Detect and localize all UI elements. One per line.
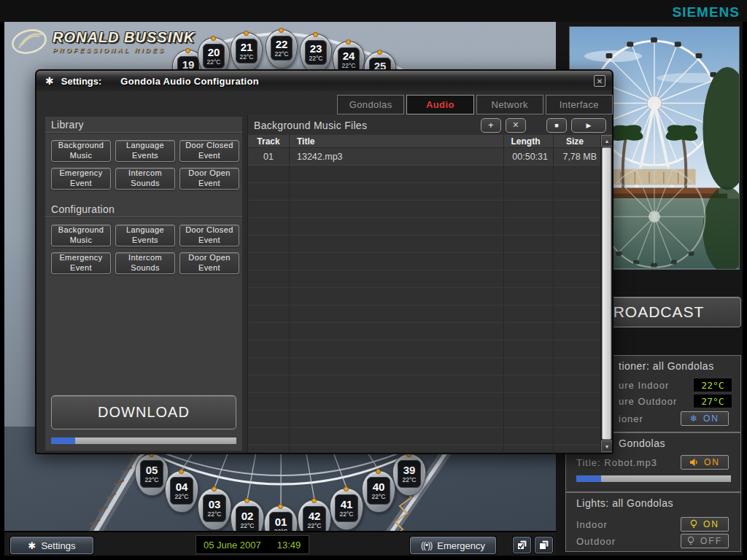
gondola-light [185,48,190,53]
gondola-21[interactable]: 2122°C [231,32,263,71]
empty-table-row [248,218,600,236]
tab-bar: GondolasAudioNetworkInterface [337,95,613,114]
add-file-button[interactable]: + [481,118,501,133]
dialog-titlebar[interactable]: ✱ Settings: Gondola Audio Configuration … [36,71,612,91]
music-progress-bar [576,475,731,482]
remove-file-button[interactable]: ✕ [506,118,526,133]
music-state: ON [704,457,720,467]
aircon-switch-label: ioner [619,413,643,424]
top-bar: SIEMENS [0,0,747,22]
gondola-light [211,36,216,41]
tab-audio[interactable]: Audio [406,95,473,114]
empty-table-row [248,341,600,358]
configuration-emergency-event-button[interactable]: Emergency Event [51,252,111,274]
temp-indoor-label: ure Indoor [619,380,669,391]
library-language-events-button[interactable]: Language Events [115,140,175,162]
lights-panel-header: Lights: all Gondolas [576,497,673,509]
pages-icon [538,540,549,551]
column-header-size[interactable]: Size [553,135,600,147]
close-icon[interactable]: ✕ [594,75,605,87]
column-header-length[interactable]: Length [503,135,553,147]
music-panel-header: Gondolas [619,438,665,449]
temp-outdoor-display: 27°C [693,394,732,408]
configuration-intercom-sounds-button[interactable]: Intercom Sounds [115,252,175,274]
gondola-40[interactable]: 4022°C [362,470,395,513]
play-button[interactable]: ▶ [571,118,606,133]
settings-button[interactable]: ✱ Settings [10,537,93,554]
lights-panel: Lights: all Gondolas Indoor ON Outdoor [565,492,741,552]
gondola-04[interactable]: 0422°C [165,470,198,513]
date-text: 05 June 2007 [204,540,261,551]
lights-outdoor-label: Outdoor [576,536,616,547]
library-door-closed-event-button[interactable]: Door Closed Event [179,140,239,162]
lights-indoor-toggle[interactable]: ON [681,517,729,532]
gondola-41[interactable]: 4122°C [330,488,363,530]
gondola-22[interactable]: 2222°C [266,29,298,69]
gondola-light [212,486,217,491]
configuration-button-grid: Background MusicLanguage EventsDoor Clos… [45,223,242,274]
lights-indoor-label: Indoor [576,519,608,530]
temp-outdoor-label: ure Outdoor [619,396,677,407]
configuration-language-events-button[interactable]: Language Events [115,225,175,246]
screen: SIEMENS [0,0,747,560]
stop-button[interactable]: ■ [546,118,567,133]
lights-indoor-row: Indoor ON [566,517,740,533]
empty-table-row [248,323,600,341]
gondola-light [346,39,351,44]
tab-interface[interactable]: Interface [546,95,613,114]
logo-title: RONALD BUSSINK [53,29,195,46]
download-progress-bar [51,438,236,444]
dialog-title-prefix: Settings: [61,76,102,87]
gondola-39[interactable]: 3922°C [392,454,426,496]
deselect-gondolas-button[interactable] [535,537,553,553]
aircon-toggle[interactable]: ❄ ON [681,411,729,426]
empty-table-row [248,411,600,428]
siemens-logo: SIEMENS [672,4,740,20]
column-header-title[interactable]: Title [289,135,503,147]
empty-table-row [248,306,600,323]
settings-dialog: ✱ Settings: Gondola Audio Configuration … [35,69,614,454]
speaker-icon [689,458,698,467]
table-row[interactable]: 0113242.mp300:50:317,78 MB [248,148,600,166]
tab-gondolas[interactable]: Gondolas [337,95,404,114]
empty-table-row [248,358,600,376]
gondola-light [244,31,249,36]
column-header-track[interactable]: Track [248,135,289,147]
lights-indoor-state: ON [703,519,719,529]
scrollbar-thumb[interactable] [602,147,611,440]
gondola-23[interactable]: 2322°C [300,34,332,73]
files-table-body: 0113242.mp300:50:317,78 MB [248,148,600,452]
library-background-music-button[interactable]: Background Music [51,140,111,162]
scroll-up-icon[interactable]: ▲ [601,135,612,147]
configuration-door-open-event-button[interactable]: Door Open Event [179,252,239,274]
logo-emblem [10,28,48,55]
lights-outdoor-toggle[interactable]: OFF [681,534,729,548]
aircon-state: ON [703,413,719,424]
ronald-bussink-logo: RONALD BUSSINK PROFESSIONAL RIDES [10,28,195,55]
configuration-door-closed-event-button[interactable]: Door Closed Event [179,225,239,246]
gondola-05[interactable]: 0522°C [135,454,169,496]
empty-table-row [248,376,600,393]
gondola-light [344,486,349,491]
configuration-background-music-button[interactable]: Background Music [51,225,111,246]
gondola-light [179,469,184,474]
empty-table-row [248,183,600,201]
gear-icon: ✱ [45,75,54,87]
configuration-section-header: Configuration [45,201,242,217]
music-toggle[interactable]: ON [681,455,729,470]
emergency-button[interactable]: ((•)) Emergency [410,537,496,554]
library-door-open-event-button[interactable]: Door Open Event [179,168,239,190]
gondola-03[interactable]: 0322°C [198,488,231,530]
pages-check-icon [516,540,527,551]
library-intercom-sounds-button[interactable]: Intercom Sounds [115,168,175,190]
scroll-down-icon[interactable]: ▼ [601,440,612,452]
files-scrollbar[interactable]: ▲ ▼ [600,135,612,452]
gondola-light [313,32,318,37]
files-panel-title: Background Music Files [254,120,367,131]
select-all-gondolas-button[interactable] [513,537,531,553]
library-emergency-event-button[interactable]: Emergency Event [51,168,111,190]
empty-table-row [248,271,600,288]
tab-network[interactable]: Network [476,95,543,114]
lights-outdoor-row: Outdoor OFF [566,534,740,550]
download-button[interactable]: DOWNLOAD [51,395,236,429]
